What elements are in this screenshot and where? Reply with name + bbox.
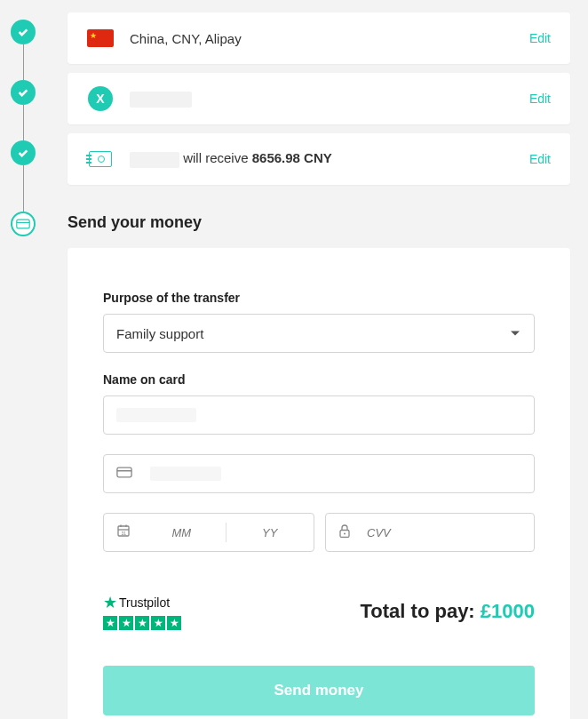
edit-destination-link[interactable]: Edit — [529, 31, 551, 45]
expiry-input-group: 31 — [103, 513, 314, 552]
summary-amount-card: will receive 8656.98 CNY Edit — [68, 133, 570, 185]
total-amount: £1000 — [481, 600, 535, 622]
summary-destination-card: China, CNY, Alipay Edit — [68, 12, 570, 64]
check-icon — [17, 147, 29, 159]
expiry-month-input[interactable] — [138, 526, 226, 539]
lock-icon — [338, 524, 351, 541]
purpose-select[interactable]: Family support — [103, 314, 535, 353]
total-to-pay: Total to pay: £1000 — [361, 600, 535, 623]
purpose-value: Family support — [116, 326, 203, 341]
recipient-name-redacted — [130, 152, 179, 168]
step-connector — [23, 105, 24, 140]
step-2-done — [11, 80, 36, 105]
trustpilot-label: Trustpilot — [119, 595, 170, 610]
card-number-input[interactable] — [103, 454, 535, 493]
svg-rect-2 — [117, 467, 131, 477]
cvv-text-field[interactable] — [367, 526, 521, 539]
recipient-name-redacted — [130, 92, 192, 108]
name-redacted — [116, 408, 196, 422]
destination-label: China, CNY, Alipay — [130, 31, 529, 46]
china-flag-icon — [87, 29, 114, 47]
section-title: Send your money — [68, 213, 570, 232]
edit-recipient-link[interactable]: Edit — [529, 92, 551, 106]
trustpilot-badge: ★ Trustpilot ★ ★ ★ ★ ★ — [103, 593, 181, 630]
expiry-year-input[interactable] — [226, 526, 314, 539]
step-1-done — [11, 20, 36, 44]
name-on-card-input[interactable] — [103, 395, 535, 435]
receive-prefix: will receive — [183, 150, 252, 165]
progress-steps — [11, 20, 36, 236]
step-connector — [23, 44, 24, 80]
chevron-down-icon — [511, 332, 520, 336]
step-connector — [23, 165, 24, 212]
purpose-label: Purpose of the transfer — [103, 291, 535, 305]
edit-amount-link[interactable]: Edit — [529, 152, 551, 166]
calendar-icon: 31 — [116, 523, 131, 541]
step-4-current — [11, 212, 36, 236]
check-icon — [17, 26, 29, 38]
name-on-card-label: Name on card — [103, 372, 535, 387]
summary-recipient-card: X Edit — [68, 73, 570, 124]
svg-rect-0 — [17, 220, 29, 228]
send-money-button[interactable]: Send money — [103, 666, 535, 715]
card-icon — [116, 467, 132, 482]
receive-amount: 8656.98 CNY — [252, 150, 332, 165]
money-icon — [89, 151, 112, 167]
trustpilot-star-icon: ★ — [103, 593, 117, 612]
svg-point-10 — [344, 533, 346, 535]
payment-panel: Purpose of the transfer Family support N… — [68, 248, 570, 719]
card-number-redacted — [150, 467, 221, 481]
recipient-avatar: X — [88, 86, 113, 111]
trustpilot-rating: ★ ★ ★ ★ ★ — [103, 616, 181, 630]
step-3-done — [11, 140, 36, 165]
cvv-input[interactable] — [325, 513, 535, 552]
total-label: Total to pay: — [361, 600, 481, 622]
svg-text:31: 31 — [122, 531, 127, 536]
check-icon — [17, 86, 29, 99]
card-icon — [16, 219, 30, 229]
